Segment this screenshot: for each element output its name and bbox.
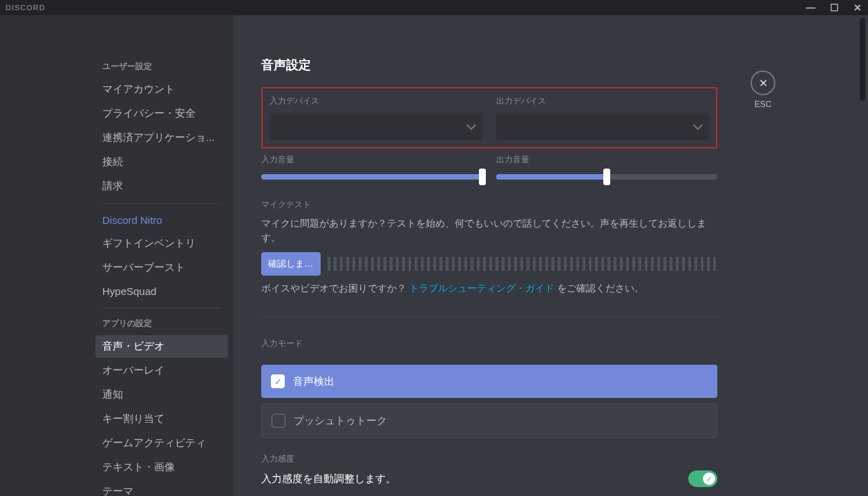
sidebar-item-notifications[interactable]: 通知 [95,383,228,406]
mic-test-button[interactable]: 確認しまし... [261,252,321,276]
output-device-select[interactable] [496,113,709,140]
page-title: 音声設定 [261,57,717,73]
sidebar-divider [102,307,221,308]
sidebar-item-authorized-apps[interactable]: 連携済アプリケーショ... [95,126,228,149]
sidebar-item-privacy[interactable]: プライバシー・安全 [95,102,228,125]
settings-sidebar: ユーザー設定 マイアカウント プライバシー・安全 連携済アプリケーショ... 接… [0,15,234,496]
sidebar-divider [102,203,221,204]
mic-test-description: マイクに問題がありますか？テストを始め、何でもいいので話してください。声を再生し… [261,216,717,245]
auto-sensitivity-toggle[interactable] [688,470,717,487]
window-controls: — ☐ ✕ [806,2,862,13]
sidebar-item-nitro[interactable]: Discord Nitro [95,209,228,231]
output-volume-slider[interactable] [496,174,717,180]
checkbox-checked-icon: ✓ [271,374,285,388]
output-device-label: 出力デバイス [496,95,709,107]
device-highlight-frame: 入力デバイス 出力デバイス [261,87,717,149]
sensitivity-label: 入力感度 [261,453,717,465]
sidebar-category-user: ユーザー設定 [95,57,228,77]
app-logo-text: DISCORD [6,3,46,12]
input-volume-label: 入力音量 [261,154,482,166]
input-volume-slider[interactable] [261,174,482,180]
input-mode-label: 入力モード [261,338,717,350]
auto-sensitivity-label: 入力感度を自動調整します。 [261,473,396,486]
input-device-label: 入力デバイス [270,95,482,107]
esc-label: ESC [751,99,775,109]
mode-voice-activity[interactable]: ✓ 音声検出 [261,365,717,398]
mode-push-to-talk[interactable]: プッシュトゥトーク [261,403,717,438]
sidebar-item-connections[interactable]: 接続 [95,151,228,173]
minimize-button[interactable]: — [806,2,816,13]
troubleshoot-text: ボイスやビデオでお困りですか？ トラブルシューティング・ガイド をご確認ください… [261,281,717,296]
scrollbar[interactable] [860,18,865,101]
sidebar-item-gift-inventory[interactable]: ギフトインベントリ [95,232,228,255]
sidebar-item-billing[interactable]: 請求 [95,175,228,198]
sidebar-item-text-images[interactable]: テキスト・画像 [95,456,228,479]
sidebar-category-app: アプリの設定 [95,314,228,334]
sidebar-item-my-account[interactable]: マイアカウント [95,78,228,101]
input-device-select[interactable] [270,113,482,140]
close-window-button[interactable]: ✕ [853,2,862,13]
sidebar-item-keybinds[interactable]: キー割り当て [95,408,228,430]
titlebar: DISCORD — ☐ ✕ [0,0,868,15]
mic-level-meter [328,257,717,271]
troubleshoot-link[interactable]: トラブルシューティング・ガイド [409,283,554,294]
sidebar-item-game-activity[interactable]: ゲームアクティビティ [95,432,228,455]
sidebar-item-overlay[interactable]: オーバーレイ [95,359,228,382]
sidebar-item-hypesquad[interactable]: HypeSquad [95,280,228,302]
sidebar-item-theme[interactable]: テーマ [95,480,228,496]
sidebar-item-voice-video[interactable]: 音声・ビデオ [95,335,228,358]
close-icon: ✕ [759,77,768,90]
checkbox-unchecked-icon [272,414,285,428]
close-settings-button[interactable]: ✕ [751,70,775,95]
settings-content: 音声設定 入力デバイス 出力デバイス 入力音量 [234,15,868,496]
maximize-button[interactable]: ☐ [830,2,840,13]
sidebar-item-server-boost[interactable]: サーバーブースト [95,256,228,279]
content-divider [261,316,717,317]
mic-test-label: マイクテスト [261,199,717,211]
output-volume-label: 出力音量 [496,154,717,166]
